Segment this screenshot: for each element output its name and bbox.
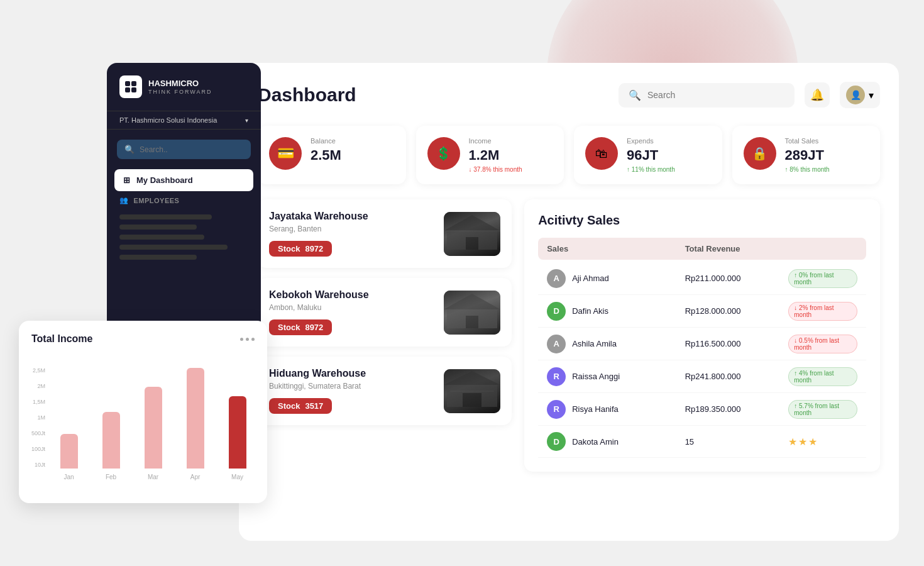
logo-tagline: THINK FORWARD <box>148 89 212 95</box>
svg-rect-10 <box>466 316 478 328</box>
bar-feb-fill <box>102 412 120 469</box>
name-risya-hanifa: Risya Hanifa <box>572 404 619 414</box>
bell-icon: 🔔 <box>810 88 824 102</box>
avatar-raissa-anggi: R <box>547 367 566 386</box>
bar-mar-fill <box>145 387 162 469</box>
expends-change: ↑ 11% this month <box>627 166 711 173</box>
total-sales-change: ↑ 8% this month <box>785 166 869 173</box>
search-input[interactable] <box>647 90 784 100</box>
change-dafin-akis: ↓ 2% from last month <box>788 302 857 321</box>
header-right: 🔍 🔔 👤 ▾ <box>619 82 880 108</box>
change-risya-hanifa: ↑ 5.7% from last month <box>788 400 857 419</box>
stat-income-info: Income 1.2M ↓ 37.8% this month <box>469 137 553 173</box>
chart-dot-1 <box>240 338 243 341</box>
stock-value-3: 3517 <box>305 401 323 411</box>
warehouse-hiduang-stock: Stock 3517 <box>269 398 332 414</box>
chart-header: Total Income <box>31 333 255 345</box>
balance-value: 2.5M <box>311 147 395 164</box>
warehouse-kebokoh-location: Ambon, Maluku <box>269 303 434 312</box>
total-sales-icon: 🔒 <box>744 137 776 170</box>
revenue-dakota-amin: 15 <box>685 437 789 447</box>
warehouse-card-jayataka: Jayataka Warehouse Serang, Banten Stock … <box>258 199 512 268</box>
star-3: ★ <box>808 436 817 448</box>
stock-value-2: 8972 <box>305 323 323 332</box>
svg-rect-13 <box>463 393 481 407</box>
sidebar-item-dashboard[interactable]: ⊞ My Dashboard <box>114 169 253 191</box>
x-label-may: May <box>231 474 243 480</box>
warehouse-jayataka-name: Jayataka Warehouse <box>269 211 434 222</box>
avatar-aji-ahmad: A <box>547 269 566 288</box>
warehouse-kebokoh-stock: Stock 8972 <box>269 319 332 335</box>
activity-table-header: Sales Total Revenue <box>538 238 866 260</box>
stats-row: 💳 Balance 2.5M 💲 Income 1.2M ↓ 37.8% thi… <box>258 126 880 184</box>
person-dakota-amin: D Dakota Amin <box>547 432 685 451</box>
warehouse-jayataka-stock: Stock 8972 <box>269 241 332 257</box>
sidebar-section-employees: 👥 EMPLOYEES <box>107 191 261 209</box>
activity-sales-panel: Acitivty Sales Sales Total Revenue A Aji… <box>524 199 880 472</box>
sidebar-company[interactable]: PT. Hashmicro Solusi Indonesia ▾ <box>107 111 261 130</box>
dashboard-icon: ⊞ <box>123 175 130 185</box>
x-label-jan: Jan <box>63 474 74 480</box>
notification-bell-button[interactable]: 🔔 <box>805 82 830 108</box>
name-dakota-amin: Dakota Amin <box>572 437 619 447</box>
svg-rect-3 <box>131 87 136 92</box>
change-ashila-amila: ↓ 0.5% from last month <box>788 335 857 353</box>
y-label-25m: 2,5M <box>31 367 45 374</box>
col-sales-label: Sales <box>547 244 685 253</box>
stock-label-1: Stock <box>278 244 300 253</box>
sidebar-search-container[interactable]: 🔍 <box>117 140 251 159</box>
bar-apr-fill <box>187 368 204 469</box>
sidebar-logo: HASHMICRO THINK FORWARD <box>107 75 261 111</box>
search-bar[interactable]: 🔍 <box>619 83 795 108</box>
income-label: Income <box>469 137 553 145</box>
svg-marker-12 <box>444 371 500 385</box>
col-change-label <box>788 244 857 253</box>
avatar-icon: 👤 <box>850 90 861 100</box>
activity-row-risya-hanifa: R Risya Hanifa Rp189.350.000 ↑ 5.7% from… <box>538 393 866 426</box>
y-label-1m: 1M <box>31 414 45 421</box>
warehouse-kebokoh-name: Kebokoh Warehouse <box>269 289 434 301</box>
star-2: ★ <box>798 436 807 448</box>
avatar-ashila-amila: A <box>547 335 566 353</box>
company-name: PT. Hashmicro Solusi Indonesia <box>119 116 217 124</box>
name-ashila-amila: Ashila Amila <box>572 339 617 348</box>
revenue-ashila-amila: Rp116.500.000 <box>685 339 789 348</box>
main-container: Dashboard 🔍 🔔 👤 ▾ 💳 Balance 2.5M <box>239 63 899 541</box>
chart-options[interactable] <box>240 338 255 341</box>
income-change: ↓ 37.8% this month <box>469 166 553 173</box>
user-avatar-button[interactable]: 👤 ▾ <box>840 82 880 108</box>
y-label-2m: 2M <box>31 383 45 389</box>
bar-may: May <box>220 396 255 480</box>
sidebar-placeholder-3 <box>119 235 204 240</box>
sidebar-placeholder-2 <box>119 225 197 230</box>
total-income-chart: Total Income 10Jt 100Jt 500Jt 1M 1,5M 2M… <box>19 321 267 503</box>
page-title: Dashboard <box>258 84 356 106</box>
stock-label-3: Stock <box>278 401 300 411</box>
revenue-raissa-anggi: Rp241.800.000 <box>685 372 789 381</box>
sidebar-placeholder-5 <box>119 255 197 260</box>
stat-card-total-sales: 🔒 Total Sales 289JT ↑ 8% this month <box>732 126 881 184</box>
chart-bars: Jan Feb Mar Apr <box>52 367 255 480</box>
stars-dakota-amin: ★ ★ ★ <box>788 436 857 448</box>
stat-card-expends: 🛍 Expends 96JT ↑ 11% this month <box>574 126 722 184</box>
change-raissa-anggi: ↑ 4% from last month <box>788 367 857 386</box>
sidebar-search-input[interactable] <box>140 145 243 154</box>
expends-value: 96JT <box>627 147 711 164</box>
logo-text-group: HASHMICRO THINK FORWARD <box>148 79 212 95</box>
y-label-100jt: 100Jt <box>31 446 45 452</box>
stat-expends-info: Expends 96JT ↑ 11% this month <box>627 137 711 173</box>
avatar-risya-hanifa: R <box>547 400 566 419</box>
y-label-15m: 1,5M <box>31 399 45 405</box>
expends-label: Expends <box>627 137 711 145</box>
sidebar-placeholder-1 <box>119 214 212 219</box>
warehouse-jayataka-image <box>444 212 500 256</box>
employees-label: EMPLOYEES <box>134 197 180 204</box>
avatar-dakota-amin: D <box>547 432 566 451</box>
chart-y-axis: 10Jt 100Jt 500Jt 1M 1,5M 2M 2,5M <box>31 367 45 480</box>
x-label-feb: Feb <box>106 474 116 480</box>
activity-row-raissa-anggi: R Raissa Anggi Rp241.800.000 ↑ 4% from l… <box>538 360 866 393</box>
activity-row-ashila-amila: A Ashila Amila Rp116.500.000 ↓ 0.5% from… <box>538 328 866 360</box>
content-row: Jayataka Warehouse Serang, Banten Stock … <box>258 199 880 472</box>
warehouse-kebokoh-info: Kebokoh Warehouse Ambon, Maluku Stock 89… <box>269 289 434 335</box>
svg-marker-5 <box>444 215 500 231</box>
